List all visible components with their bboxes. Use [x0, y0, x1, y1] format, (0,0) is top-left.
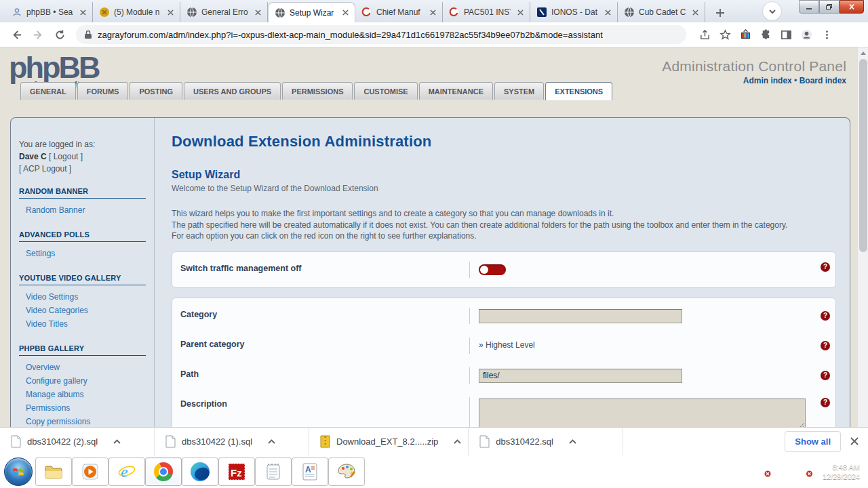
taskbar-notepad[interactable] — [256, 458, 291, 485]
address-bar[interactable]: zagrayforum.com/adm/index.php?i=-oxpus-d… — [76, 25, 686, 44]
tab-maintenance[interactable]: MAINTENANCE — [419, 82, 493, 100]
tab-close-icon[interactable] — [602, 7, 613, 18]
taskbar-microsoft-edge[interactable] — [182, 458, 218, 485]
tab-close-icon[interactable] — [77, 7, 88, 18]
help-icon[interactable]: ? — [821, 341, 830, 350]
tab-title: IONOS - Dat — [551, 7, 598, 17]
admin-index-link[interactable]: Admin index — [743, 76, 792, 85]
tab-close-icon[interactable] — [252, 7, 263, 18]
share-icon[interactable] — [694, 25, 715, 44]
sidebar-item-manage-albums[interactable]: Manage albums — [19, 388, 146, 401]
acp-nav-tabs: GENERAL FORUMS POSTING USERS AND GROUPS … — [20, 82, 612, 100]
sidebar-item-settings[interactable]: Settings — [19, 247, 146, 260]
forward-button[interactable] — [28, 25, 47, 44]
back-button[interactable] — [7, 25, 26, 44]
browser-tab-3[interactable]: General Erro — [180, 2, 268, 22]
browser-tab-active[interactable]: Setup Wizar — [268, 2, 355, 22]
help-icon[interactable]: ? — [821, 311, 830, 321]
tab-posting[interactable]: POSTING — [130, 82, 182, 100]
sidebar-item-video-settings[interactable]: Video Settings — [19, 290, 146, 304]
chevron-up-icon[interactable] — [268, 439, 275, 444]
category-input[interactable] — [479, 309, 682, 323]
chevron-up-icon[interactable] — [454, 439, 461, 444]
action-center-flag-icon[interactable] — [800, 466, 813, 477]
download-item-1[interactable]: dbs310422 (2).sql — [0, 428, 155, 455]
traffic-toggle[interactable] — [479, 264, 506, 275]
page-scrollbar[interactable] — [857, 47, 868, 427]
minimize-button[interactable] — [799, 0, 819, 14]
tab-close-icon[interactable] — [515, 7, 526, 18]
volume-muted-icon[interactable] — [757, 466, 771, 477]
close-button[interactable] — [840, 0, 864, 14]
taskbar-windows-media-player[interactable] — [73, 458, 108, 485]
network-icon[interactable] — [778, 466, 793, 477]
taskbar-windows-explorer[interactable] — [36, 458, 71, 485]
restore-button[interactable] — [819, 0, 840, 14]
help-icon[interactable]: ? — [821, 262, 830, 272]
tab-customise[interactable]: CUSTOMISE — [354, 82, 417, 100]
scrollbar-thumb[interactable] — [859, 59, 867, 252]
tab-forums[interactable]: FORUMS — [77, 82, 129, 100]
user-logout-line: Dave C [ Logout ] — [19, 152, 146, 161]
tab-extensions[interactable]: EXTENSIONS — [545, 82, 612, 100]
sidebar-item-permissions[interactable]: Permissions — [19, 401, 146, 415]
help-icon[interactable]: ? — [821, 371, 830, 380]
help-icon[interactable]: ? — [821, 398, 830, 407]
taskbar-clock[interactable]: 8:48 AM 12/29/2024 — [823, 462, 860, 481]
link-separator: • — [794, 76, 797, 85]
chevron-up-icon[interactable] — [569, 439, 576, 444]
description-textarea[interactable] — [479, 399, 806, 428]
taskbar-filezilla[interactable]: Fz — [219, 458, 254, 485]
clock-date: 12/29/2024 — [823, 472, 860, 481]
show-desktop-button[interactable] — [862, 455, 868, 488]
taskbar-google-chrome[interactable] — [146, 458, 181, 485]
browser-tab-2[interactable]: (5) Module n — [93, 2, 180, 22]
zip-file-icon — [320, 435, 330, 448]
sidebar-item-video-categories[interactable]: Video Categories — [19, 304, 146, 317]
browser-menu-icon[interactable] — [816, 25, 837, 44]
sql-file-icon — [165, 435, 176, 448]
taskbar-internet-explorer[interactable]: e — [109, 458, 144, 485]
download-item-4[interactable]: dbs310422.sql — [469, 428, 623, 455]
tab-close-icon[interactable] — [165, 7, 176, 18]
tv-extension-icon[interactable] — [735, 25, 755, 44]
close-downloads-bar-icon[interactable] — [850, 436, 859, 448]
sidebar-item-overview[interactable]: Overview — [19, 361, 146, 374]
browser-tab-5[interactable]: Chief Manuf — [355, 2, 443, 22]
side-panel-icon[interactable] — [776, 25, 796, 44]
tab-search-button[interactable] — [763, 2, 781, 20]
sidebar-item-random-banner[interactable]: Random Banner — [19, 203, 146, 217]
chevron-up-icon[interactable] — [113, 439, 121, 444]
bookmark-star-icon[interactable] — [715, 25, 735, 44]
extensions-puzzle-icon[interactable] — [755, 25, 776, 44]
sidebar-item-video-titles[interactable]: Video Titles — [19, 317, 146, 331]
sidebar-item-configure-gallery[interactable]: Configure gallery — [19, 374, 146, 388]
tab-general[interactable]: GENERAL — [20, 82, 76, 100]
taskbar-paint[interactable] — [329, 458, 364, 485]
new-tab-button[interactable] — [711, 3, 730, 22]
tab-users-and-groups[interactable]: USERS AND GROUPS — [184, 82, 281, 100]
hidden-icons-chevron[interactable] — [743, 469, 751, 474]
browser-tab-7[interactable]: IONOS - Dat — [530, 2, 618, 22]
tab-permissions[interactable]: PERMISSIONS — [282, 82, 353, 100]
sidebar-item-copy-permissions[interactable]: Copy permissions — [19, 415, 146, 427]
browser-tab-8[interactable]: Cub Cadet C — [618, 2, 705, 22]
profile-avatar[interactable] — [796, 25, 816, 44]
download-item-3[interactable]: Download_EXT_8.2.....zip — [309, 428, 469, 455]
browser-tab-1[interactable]: phpBB • Sear — [5, 2, 93, 22]
logout-link[interactable]: [ Logout ] — [47, 152, 83, 161]
scrollbar-up-arrow[interactable] — [858, 47, 868, 58]
tab-close-icon[interactable] — [690, 7, 701, 18]
download-item-2[interactable]: dbs310422 (1).sql — [155, 428, 309, 455]
tab-close-icon[interactable] — [427, 7, 438, 18]
path-input[interactable] — [479, 369, 682, 383]
tab-close-icon[interactable] — [340, 7, 351, 18]
taskbar-wordpad[interactable]: A — [292, 458, 328, 485]
board-index-link[interactable]: Board index — [800, 76, 846, 85]
start-button[interactable] — [4, 458, 33, 486]
tab-system[interactable]: SYSTEM — [494, 82, 544, 100]
reload-button[interactable] — [50, 25, 69, 44]
acp-logout-link[interactable]: [ ACP Logout ] — [19, 164, 146, 174]
show-all-downloads-button[interactable]: Show all — [785, 431, 841, 452]
browser-tab-6[interactable]: PAC501 INST — [443, 2, 530, 22]
